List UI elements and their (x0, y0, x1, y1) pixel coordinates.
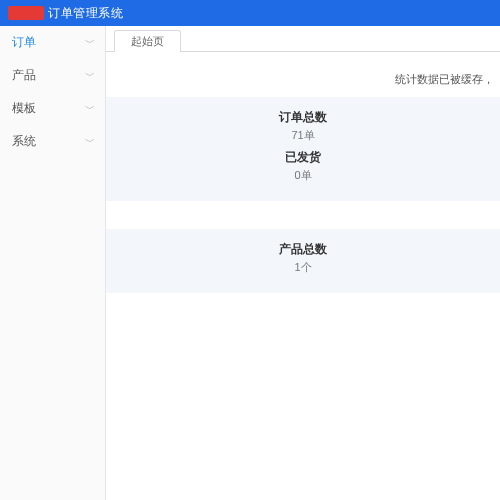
sidebar-item-label: 系统 (12, 133, 36, 150)
stat-value: 71单 (106, 128, 500, 143)
app-title: 订单管理系统 (48, 5, 123, 22)
logo-redacted (8, 6, 44, 20)
page-content: 统计数据已被缓存， 订单总数 71单 已发货 0单 产品总数 1个 (106, 52, 500, 293)
sidebar-item-orders[interactable]: 订单 ﹀ (0, 26, 105, 59)
main-area: 起始页 统计数据已被缓存， 订单总数 71单 已发货 0单 产品总数 1个 (106, 26, 500, 500)
sidebar-item-system[interactable]: 系统 ﹀ (0, 125, 105, 158)
sidebar-item-label: 模板 (12, 100, 36, 117)
tab-start-page[interactable]: 起始页 (114, 30, 181, 52)
chevron-down-icon: ﹀ (85, 69, 95, 83)
tab-bar: 起始页 (106, 28, 500, 52)
app-header: 订单管理系统 (0, 0, 500, 26)
sidebar-item-products[interactable]: 产品 ﹀ (0, 59, 105, 92)
sidebar: 订单 ﹀ 产品 ﹀ 模板 ﹀ 系统 ﹀ (0, 26, 106, 500)
stat-label: 已发货 (106, 149, 500, 166)
sidebar-item-templates[interactable]: 模板 ﹀ (0, 92, 105, 125)
chevron-down-icon: ﹀ (85, 135, 95, 149)
chevron-down-icon: ﹀ (85, 36, 95, 50)
chevron-down-icon: ﹀ (85, 102, 95, 116)
stat-block-orders: 订单总数 71单 已发货 0单 (106, 97, 500, 201)
stat-block-products: 产品总数 1个 (106, 229, 500, 293)
sidebar-item-label: 产品 (12, 67, 36, 84)
cache-notice: 统计数据已被缓存， (106, 72, 500, 97)
stat-value: 1个 (106, 260, 500, 275)
stat-label: 订单总数 (106, 109, 500, 126)
tab-label: 起始页 (131, 35, 164, 47)
sidebar-item-label: 订单 (12, 34, 36, 51)
stat-label: 产品总数 (106, 241, 500, 258)
stat-value: 0单 (106, 168, 500, 183)
